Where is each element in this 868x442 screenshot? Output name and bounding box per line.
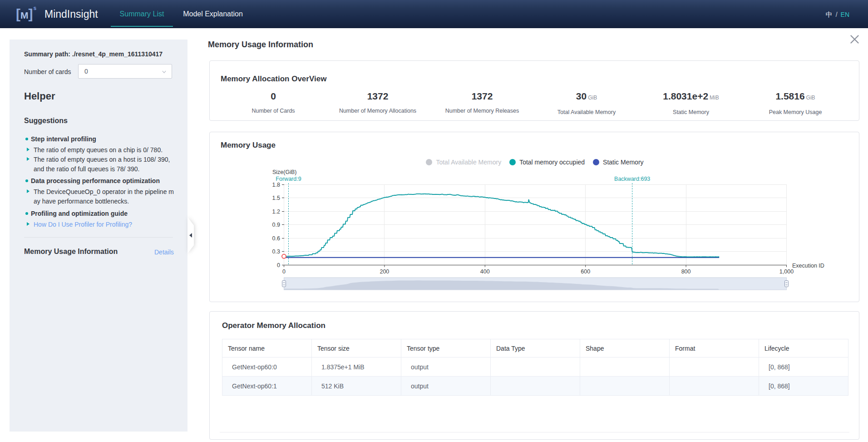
svg-text:200: 200 bbox=[380, 268, 389, 275]
svg-text:0.6: 0.6 bbox=[272, 235, 280, 242]
svg-text:1.2: 1.2 bbox=[272, 209, 280, 215]
svg-text:0.3: 0.3 bbox=[272, 248, 280, 255]
svg-text:600: 600 bbox=[581, 268, 590, 275]
svg-text:0: 0 bbox=[277, 262, 280, 268]
svg-text:Forward:9: Forward:9 bbox=[276, 176, 301, 182]
svg-text:Backward:693: Backward:693 bbox=[614, 176, 650, 182]
svg-text:Size(GiB): Size(GiB) bbox=[272, 169, 296, 175]
svg-text:1.8: 1.8 bbox=[272, 182, 280, 188]
svg-text:1.5: 1.5 bbox=[272, 195, 280, 201]
svg-text:0.9: 0.9 bbox=[272, 222, 280, 228]
svg-text:Execution ID: Execution ID bbox=[792, 263, 824, 269]
svg-text:0: 0 bbox=[282, 268, 286, 275]
svg-text:800: 800 bbox=[681, 268, 691, 275]
svg-text:1,000: 1,000 bbox=[779, 268, 794, 275]
svg-text:400: 400 bbox=[480, 268, 490, 275]
